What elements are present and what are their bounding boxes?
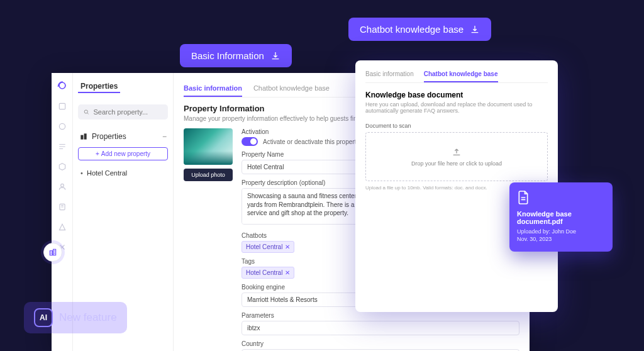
svg-rect-4 [50, 251, 52, 255]
file-card: Knowledge base document.pdf Uploaded by:… [509, 182, 613, 252]
search-icon [83, 108, 89, 116]
kb-title: Knowledge base document [365, 91, 548, 99]
new-feature-text: New feature [59, 311, 117, 324]
svg-rect-0 [59, 103, 65, 109]
svg-rect-7 [80, 135, 83, 140]
kb-tabs: Basic information Chatbot knowledge base [365, 69, 548, 83]
tag-label: Chatbot knowledge base [360, 24, 464, 35]
nav-icon[interactable] [57, 201, 68, 213]
activation-toggle[interactable] [242, 137, 258, 146]
tab-chatbot-kb[interactable]: Chatbot knowledge base [253, 82, 330, 97]
download-icon [270, 51, 280, 61]
dropzone-text: Drop your file here or click to upload [411, 160, 502, 167]
dropzone[interactable]: Drop your file here or click to upload [365, 132, 548, 181]
tag-basic-information: Basic Information [180, 44, 292, 67]
activation-text: Activate or deactivate this property. [263, 138, 360, 145]
chip-remove-icon[interactable]: ✕ [285, 269, 290, 276]
nav-icon[interactable] [57, 121, 68, 132]
buildings-icon [79, 132, 88, 141]
property-photo [184, 128, 233, 165]
tab-basic-info[interactable]: Basic information [184, 82, 242, 97]
tag-chatbot-kb: Chatbot knowledge base [348, 18, 491, 41]
kb-tab-kb[interactable]: Chatbot knowledge base [424, 69, 498, 82]
upload-photo-button[interactable]: Upload photo [184, 169, 233, 181]
kb-subtitle: Here you can upload, download and replac… [365, 101, 548, 114]
tag-label: Basic Information [191, 50, 264, 61]
download-icon [470, 25, 480, 35]
nav-icon[interactable] [57, 181, 68, 192]
new-feature-pill: AI New feature [24, 302, 127, 333]
file-name: Knowledge base document.pdf [517, 210, 605, 225]
svg-point-6 [84, 110, 87, 113]
nav-icon-buildings-active[interactable] [43, 243, 62, 262]
nav-icon[interactable] [57, 221, 68, 233]
add-property-button[interactable]: +Add new property [78, 147, 168, 160]
svg-rect-8 [84, 133, 87, 139]
collapse-icon: − [162, 132, 167, 141]
nav-icon[interactable] [57, 141, 68, 152]
chatbot-chip[interactable]: Hotel Central✕ [242, 241, 294, 253]
kb-tab-basic[interactable]: Basic information [365, 69, 414, 82]
sidebar-item[interactable]: Hotel Central [78, 167, 168, 179]
chip-remove-icon[interactable]: ✕ [285, 243, 290, 250]
svg-point-1 [59, 123, 65, 129]
search-input[interactable] [93, 108, 163, 116]
sidebar-section[interactable]: Properties − [78, 130, 168, 143]
params-input[interactable] [242, 321, 519, 335]
file-date: Nov. 30, 2023 [517, 235, 605, 243]
tag-chip[interactable]: Hotel Central✕ [242, 267, 294, 279]
kb-doc-label: Document to scan [365, 123, 548, 129]
search-box[interactable] [78, 104, 168, 120]
logo-icon [56, 79, 69, 92]
sidebar-title: Properties [78, 78, 120, 93]
file-icon [517, 190, 530, 205]
params-label: Parameters [242, 312, 519, 319]
nav-icon[interactable] [57, 161, 68, 172]
file-uploaded-by: Uploaded by: John Doe [517, 228, 605, 235]
svg-point-2 [60, 184, 64, 187]
section-label: Properties [92, 132, 126, 141]
nav-icon[interactable] [57, 101, 68, 112]
country-label: Country [242, 340, 519, 347]
add-label: Add new property [101, 150, 150, 157]
upload-icon [452, 147, 462, 157]
ai-icon: AI [34, 308, 53, 327]
